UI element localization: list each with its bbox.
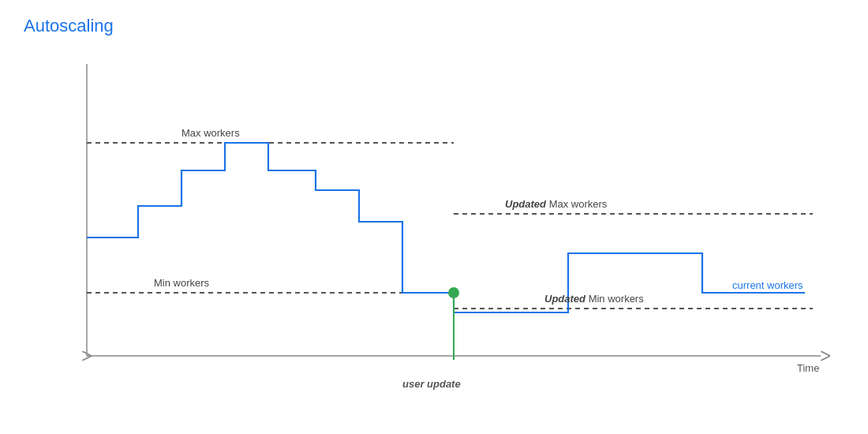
min-workers-label: Min workers — [154, 277, 210, 289]
main-container: Autoscaling Number of workers — [0, 0, 868, 434]
updated-max-workers-label: Updated Max workers — [505, 198, 608, 210]
chart-area: Number of workers — [16, 44, 844, 407]
max-workers-label: Max workers — [181, 127, 240, 139]
user-update-dot — [448, 287, 459, 298]
user-update-label: user update — [402, 378, 461, 390]
x-axis-label: Time — [797, 362, 819, 374]
updated-min-workers-label: Updated Min workers — [544, 293, 644, 305]
page-title: Autoscaling — [24, 16, 844, 36]
current-workers-label: current workers — [732, 279, 803, 291]
